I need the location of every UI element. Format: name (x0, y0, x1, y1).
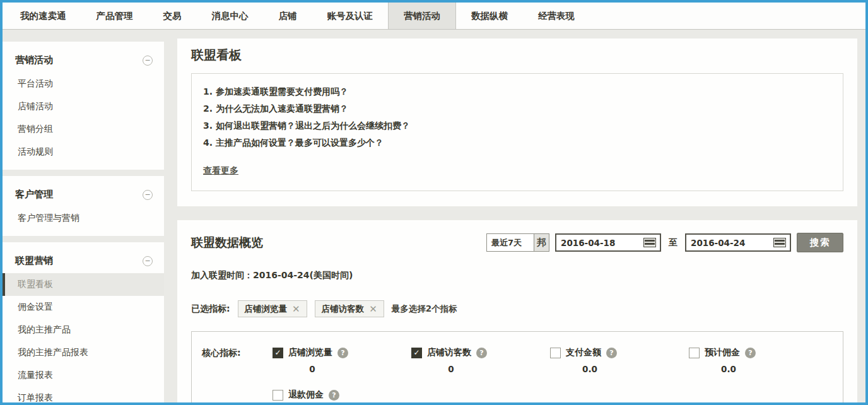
main-column: 联盟看板 1. 参加速卖通联盟需要支付费用吗？ 2. 为什么无法加入速卖通联盟营… (177, 38, 857, 402)
faq-card: 1. 参加速卖通联盟需要支付费用吗？ 2. 为什么无法加入速卖通联盟营销？ 3.… (191, 73, 843, 191)
overview-panel: 联盟数据概览 最近7天 邦 2016-04-18 至 2016-04-24 (177, 220, 857, 402)
metric-checkbox[interactable] (273, 390, 283, 401)
date-range-select[interactable]: 最近7天 (486, 233, 534, 252)
tag-close-icon[interactable]: ✕ (369, 303, 377, 315)
sidebar-group-customer-management: 客户管理 − 客户管理与营销 (3, 176, 164, 236)
selected-metrics-row: 已选指标: 店铺浏览量 ✕ 店铺访客数 ✕ 最多选择2个指标 (191, 300, 843, 317)
top-navigation: 我的速卖通 产品管理 交易 消息中心 店铺 账号及认证 营销活动 数据纵横 经营… (3, 3, 865, 30)
collapse-minus-icon[interactable]: − (143, 56, 153, 66)
date-to-input[interactable]: 2016-04-24 (685, 233, 791, 252)
nav-tab-business-performance[interactable]: 经营表现 (523, 3, 590, 29)
selected-metrics-hint: 最多选择2个指标 (392, 303, 457, 315)
metric-payment-amount: 支付金额 ? 0.0 (550, 347, 689, 374)
metric-checkbox[interactable] (550, 348, 561, 358)
sidebar-group-marketing: 营销活动 − 平台活动 店铺活动 营销分组 活动规则 (3, 42, 164, 170)
help-question-icon[interactable]: ? (337, 348, 348, 358)
sidebar-group-title: 营销活动 (15, 54, 53, 66)
metric-name: 退款佣金 (288, 389, 324, 401)
sidebar-group-header: 联盟营销 − (3, 242, 164, 273)
to-label: 至 (669, 237, 677, 249)
metric-checkbox[interactable] (689, 348, 700, 358)
help-question-icon[interactable]: ? (476, 348, 487, 358)
nav-tab-my-aliexpress[interactable]: 我的速卖通 (5, 3, 81, 29)
date-from-input[interactable]: 2016-04-18 (555, 233, 661, 252)
metric-estimated-commission: 预计佣金 ? 0.0 (689, 347, 828, 374)
selected-metrics-label: 已选指标: (191, 303, 230, 315)
page-title: 联盟看板 (191, 47, 843, 64)
nav-tab-transactions[interactable]: 交易 (148, 3, 197, 29)
nav-tab-data-insights[interactable]: 数据纵横 (456, 3, 523, 29)
metric-store-visitors: ✓ 店铺访客数 ? 0 (411, 347, 550, 374)
metric-tag-label: 店铺浏览量 (245, 303, 288, 315)
faq-question[interactable]: 1. 参加速卖通联盟需要支付费用吗？ (203, 83, 831, 100)
sidebar-item-featured-products-report[interactable]: 我的主推产品报表 (3, 341, 164, 364)
tag-close-icon[interactable]: ✕ (292, 303, 300, 315)
sidebar-group-affiliate-marketing: 联盟营销 − 联盟看板 佣金设置 我的主推产品 我的主推产品报表 流量报表 订单… (3, 242, 164, 402)
metric-checkbox[interactable]: ✓ (411, 348, 422, 358)
help-question-icon[interactable]: ? (745, 348, 756, 358)
faq-panel: 联盟看板 1. 参加速卖通联盟需要支付费用吗？ 2. 为什么无法加入速卖通联盟营… (177, 38, 857, 206)
sidebar-item-customer-management-marketing[interactable]: 客户管理与营销 (3, 207, 164, 230)
core-metrics-box: 核心指标: ✓ 店铺浏览量 ? 0 ✓ (191, 331, 843, 402)
faq-question[interactable]: 4. 主推产品如何设置？最多可以设置多少个？ (203, 134, 831, 151)
metric-name: 店铺浏览量 (288, 347, 332, 358)
date-filters: 最近7天 邦 2016-04-18 至 2016-04-24 搜索 (486, 233, 843, 252)
metric-name: 预计佣金 (705, 347, 740, 358)
sidebar-item-traffic-report[interactable]: 流量报表 (3, 364, 164, 387)
nav-tab-account-verification[interactable]: 账号及认证 (312, 3, 389, 29)
sidebar-item-platform-activities[interactable]: 平台活动 (3, 73, 164, 95)
calendar-icon[interactable] (643, 238, 656, 247)
metric-value: 0 (427, 364, 475, 374)
core-metrics-label: 核心指标: (202, 347, 273, 402)
sidebar-item-marketing-groups[interactable]: 营销分组 (3, 118, 164, 141)
content-area: 营销活动 − 平台活动 店铺活动 营销分组 活动规则 客户管理 − 客户管理与营… (3, 30, 865, 402)
join-time-text: 加入联盟时间：2016-04-24(美国时间) (191, 270, 843, 281)
nav-tab-message-center[interactable]: 消息中心 (197, 3, 264, 29)
app-window: 我的速卖通 产品管理 交易 消息中心 店铺 账号及认证 营销活动 数据纵横 经营… (0, 0, 868, 405)
nav-tab-store[interactable]: 店铺 (264, 3, 312, 29)
faq-question[interactable]: 3. 如何退出联盟营销？退出之后为什么会继续扣费？ (203, 117, 831, 134)
sidebar-item-commission-settings[interactable]: 佣金设置 (3, 296, 164, 319)
metric-value: 0.0 (566, 364, 614, 374)
metric-store-views: ✓ 店铺浏览量 ? 0 (273, 347, 411, 374)
range-dropdown-button[interactable]: 邦 (534, 233, 549, 252)
metric-name: 店铺访客数 (427, 347, 471, 358)
sidebar-group-header: 营销活动 − (3, 42, 164, 73)
date-to-value: 2016-04-24 (691, 238, 745, 248)
sidebar-item-affiliate-dashboard[interactable]: 联盟看板 (3, 273, 164, 296)
date-from-value: 2016-04-18 (561, 238, 615, 248)
faq-question[interactable]: 2. 为什么无法加入速卖通联盟营销？ (203, 100, 831, 117)
metric-refund-commission: 退款佣金 ? 0.0 (273, 389, 411, 402)
metric-name: 支付金额 (566, 347, 601, 358)
core-metrics-grid: ✓ 店铺浏览量 ? 0 ✓ 店铺访客数 ? (273, 347, 828, 402)
overview-title: 联盟数据概览 (191, 235, 263, 251)
nav-tab-product-management[interactable]: 产品管理 (81, 3, 148, 29)
collapse-minus-icon[interactable]: − (143, 256, 153, 266)
sidebar-item-order-report[interactable]: 订单报表 (3, 387, 164, 402)
view-more-link[interactable]: 查看更多 (203, 165, 238, 177)
range-select-wrap: 最近7天 邦 (486, 233, 549, 252)
metric-tag-store-visitors: 店铺访客数 ✕ (315, 300, 384, 317)
metric-tag-label: 店铺访客数 (322, 303, 365, 315)
help-question-icon[interactable]: ? (606, 348, 617, 358)
sidebar-group-title: 联盟营销 (15, 255, 53, 267)
metric-checkbox[interactable]: ✓ (273, 348, 283, 358)
nav-tab-marketing-activities[interactable]: 营销活动 (388, 3, 456, 29)
sidebar-group-header: 客户管理 − (3, 176, 164, 207)
metric-tag-store-views: 店铺浏览量 ✕ (238, 300, 307, 317)
sidebar-group-title: 客户管理 (15, 189, 53, 201)
search-button[interactable]: 搜索 (797, 233, 843, 252)
metric-value: 0.0 (705, 364, 753, 374)
help-question-icon[interactable]: ? (329, 390, 339, 401)
collapse-minus-icon[interactable]: − (143, 190, 153, 200)
sidebar-item-store-activities[interactable]: 店铺活动 (3, 95, 164, 118)
sidebar-item-activity-rules[interactable]: 活动规则 (3, 141, 164, 163)
calendar-icon[interactable] (773, 238, 786, 247)
overview-header: 联盟数据概览 最近7天 邦 2016-04-18 至 2016-04-24 (191, 233, 843, 252)
metric-value: 0 (288, 364, 336, 374)
sidebar-item-my-featured-products[interactable]: 我的主推产品 (3, 319, 164, 341)
sidebar: 营销活动 − 平台活动 店铺活动 营销分组 活动规则 客户管理 − 客户管理与营… (3, 30, 164, 402)
